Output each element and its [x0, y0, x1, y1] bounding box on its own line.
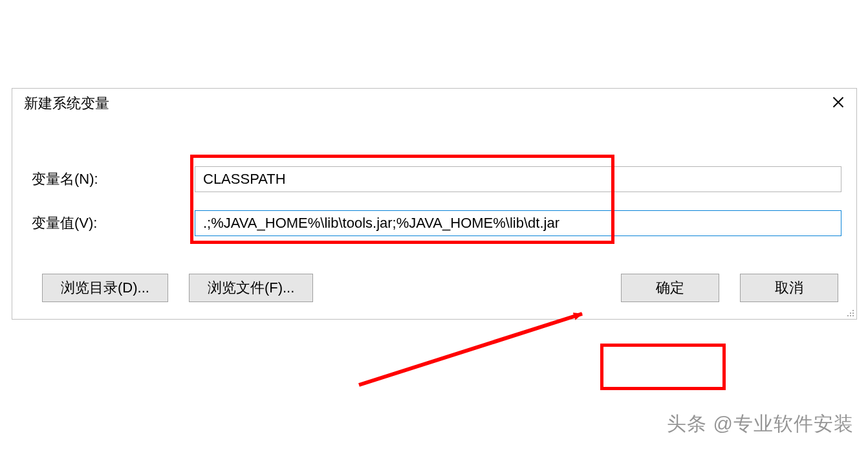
variable-value-input[interactable] [195, 210, 841, 236]
variable-value-label: 变量值(V): [32, 214, 195, 233]
annotation-highlight-ok [600, 344, 726, 390]
svg-point-3 [847, 315, 849, 316]
svg-point-0 [852, 310, 854, 311]
svg-point-4 [850, 315, 851, 316]
dialog-title: 新建系统变量 [24, 94, 109, 113]
browse-file-button[interactable]: 浏览文件(F)... [189, 274, 313, 302]
dialog-button-row: 浏览目录(D)... 浏览文件(F)... 确定 取消 [42, 274, 838, 302]
dialog-titlebar: 新建系统变量 [12, 89, 856, 118]
close-button[interactable] [824, 91, 852, 116]
cancel-button[interactable]: 取消 [740, 274, 838, 302]
variable-name-row: 变量名(N): [32, 166, 841, 192]
variable-value-row: 变量值(V): [32, 210, 841, 236]
browse-directory-button[interactable]: 浏览目录(D)... [42, 274, 168, 302]
svg-point-2 [852, 312, 854, 314]
svg-point-1 [850, 312, 851, 314]
new-system-variable-dialog: 新建系统变量 变量名(N): 变量值(V): 浏览目录(D)... 浏览文件(F… [12, 88, 857, 320]
ok-button[interactable]: 确定 [621, 274, 719, 302]
variable-name-label: 变量名(N): [32, 170, 195, 189]
variable-name-input[interactable] [195, 166, 841, 192]
close-icon [832, 95, 844, 112]
watermark: 头条 @专业软件安装 [667, 411, 854, 437]
resize-grip-icon[interactable] [845, 308, 854, 317]
watermark-text: 头条 @专业软件安装 [667, 411, 854, 437]
svg-point-5 [852, 315, 854, 316]
button-spacer [334, 274, 600, 302]
svg-line-6 [359, 314, 582, 385]
